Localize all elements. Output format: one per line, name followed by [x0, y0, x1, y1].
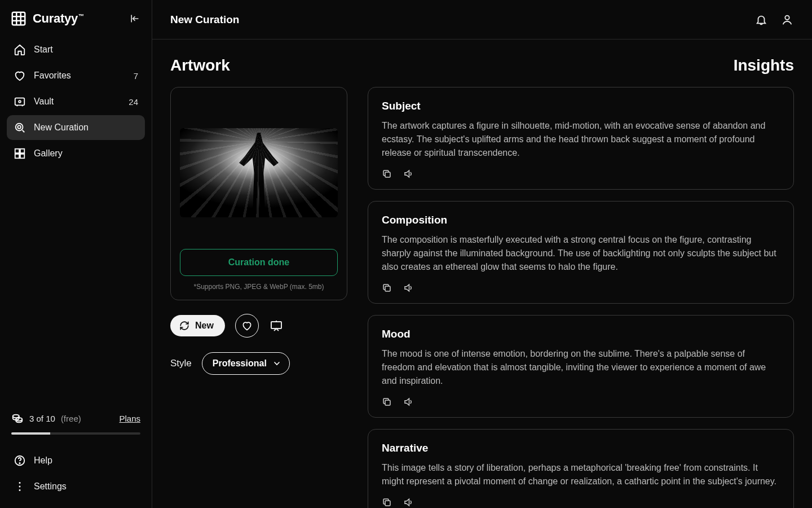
- new-button[interactable]: New: [170, 315, 225, 336]
- sidebar-item-help[interactable]: Help: [7, 448, 145, 473]
- insight-card: CompositionThe composition is masterfull…: [368, 201, 794, 304]
- svg-rect-20: [385, 400, 390, 405]
- usage-bar: [11, 432, 140, 435]
- brand: Curatyy™: [10, 10, 84, 27]
- insight-card: SubjectThe artwork captures a figure in …: [368, 87, 794, 190]
- sidebar-item-label: Favorites: [34, 71, 126, 81]
- copy-button[interactable]: [382, 169, 392, 179]
- chevron-down-icon: [272, 359, 281, 368]
- main: New Curation Artwork Curation done *Supp…: [152, 0, 812, 508]
- support-text: *Supports PNG, JPEG & WebP (max. 5mb): [194, 283, 324, 291]
- insight-card: NarrativeThis image tells a story of lib…: [368, 429, 794, 508]
- insight-body: The mood is one of intense emotion, bord…: [382, 347, 780, 388]
- svg-rect-7: [15, 154, 19, 158]
- heart-icon: [14, 69, 26, 82]
- svg-point-13: [19, 482, 21, 484]
- sidebar-item-label: Vault: [34, 97, 121, 107]
- home-icon: [14, 43, 26, 56]
- svg-rect-6: [20, 149, 24, 153]
- insight-body: The artwork captures a figure in silhoue…: [382, 119, 780, 160]
- usage-panel: 3 of 10 (free) Plans: [7, 412, 145, 435]
- style-row: Style Professional: [170, 352, 347, 375]
- sidebar-item-gallery[interactable]: Gallery: [7, 141, 145, 166]
- insight-title: Narrative: [382, 442, 780, 454]
- more-icon: [14, 480, 26, 493]
- insight-actions: [382, 283, 780, 293]
- insight-actions: [382, 169, 780, 179]
- notifications-button[interactable]: [754, 13, 768, 27]
- svg-point-3: [16, 124, 23, 131]
- brand-name: Curatyy™: [33, 11, 84, 26]
- svg-rect-17: [271, 322, 281, 329]
- topbar: New Curation: [152, 0, 812, 40]
- svg-rect-0: [12, 12, 25, 25]
- speak-button[interactable]: [403, 497, 413, 507]
- plans-link[interactable]: Plans: [119, 414, 140, 423]
- copy-button[interactable]: [382, 497, 392, 507]
- insights-section-title: Insights: [368, 56, 794, 75]
- sidebar-item-favorites[interactable]: Favorites 7: [7, 63, 145, 88]
- topbar-actions: [754, 13, 794, 27]
- search-icon: [14, 121, 26, 134]
- insights-panel: Insights SubjectThe artwork captures a f…: [368, 56, 794, 485]
- insight-title: Subject: [382, 100, 780, 112]
- speak-button[interactable]: [403, 169, 413, 179]
- grid-icon: [14, 147, 26, 160]
- svg-rect-8: [20, 154, 24, 158]
- artwork-panel: Artwork Curation done *Supports PNG, JPE…: [170, 56, 347, 485]
- sidebar-item-label: New Curation: [34, 122, 138, 133]
- insight-body: The composition is masterfully executed …: [382, 233, 780, 274]
- insights-list: SubjectThe artwork captures a figure in …: [368, 87, 794, 508]
- insight-title: Composition: [382, 214, 780, 226]
- curation-status-badge: Curation done: [180, 249, 338, 276]
- usage-text: 3 of 10 (free): [29, 414, 113, 423]
- refresh-icon: [179, 321, 189, 331]
- content: Artwork Curation done *Supports PNG, JPE…: [152, 40, 812, 508]
- sidebar-item-vault[interactable]: Vault 24: [7, 89, 145, 114]
- insight-card: MoodThe mood is one of intense emotion, …: [368, 315, 794, 418]
- svg-point-16: [785, 15, 789, 19]
- copy-button[interactable]: [382, 397, 392, 407]
- profile-button[interactable]: [780, 13, 794, 27]
- insight-actions: [382, 497, 780, 507]
- style-select[interactable]: Professional: [202, 352, 290, 375]
- svg-point-2: [19, 100, 21, 103]
- sidebar-item-count: 7: [134, 71, 138, 81]
- svg-point-14: [19, 486, 21, 488]
- sidebar-item-settings[interactable]: Settings: [7, 474, 145, 499]
- style-select-value: Professional: [213, 358, 267, 368]
- artwork-preview-image: [180, 128, 338, 217]
- sidebar-item-label: Help: [34, 456, 138, 466]
- favorite-button[interactable]: [235, 314, 259, 338]
- svg-rect-18: [385, 172, 390, 177]
- insight-actions: [382, 397, 780, 407]
- new-button-label: New: [195, 321, 214, 331]
- sidebar-item-start[interactable]: Start: [7, 37, 145, 62]
- sidebar-item-new-curation[interactable]: New Curation: [7, 115, 145, 140]
- present-button[interactable]: [269, 318, 284, 333]
- svg-point-15: [19, 489, 21, 491]
- insight-title: Mood: [382, 328, 780, 340]
- help-icon: [14, 454, 26, 467]
- brand-logo-icon: [10, 10, 27, 27]
- page-title: New Curation: [170, 14, 754, 26]
- sidebar-footer: Help Settings: [7, 448, 145, 499]
- insight-body: This image tells a story of liberation, …: [382, 461, 780, 488]
- upload-card: Curation done *Supports PNG, JPEG & WebP…: [170, 87, 347, 300]
- speak-button[interactable]: [403, 283, 413, 293]
- copy-button[interactable]: [382, 283, 392, 293]
- sidebar-nav: Start Favorites 7 Vault 24 New Curation: [7, 37, 145, 166]
- vault-icon: [14, 95, 26, 108]
- sidebar-item-label: Gallery: [34, 148, 138, 159]
- speak-button[interactable]: [403, 397, 413, 407]
- coins-icon: [11, 412, 24, 424]
- sidebar-item-label: Settings: [34, 481, 138, 492]
- usage-bar-fill: [11, 432, 50, 435]
- artwork-actions: New: [170, 314, 347, 338]
- sidebar-item-count: 24: [129, 97, 138, 107]
- style-label: Style: [170, 358, 192, 369]
- collapse-sidebar-button[interactable]: [128, 12, 142, 25]
- sidebar: Curatyy™ Start Favorites 7 Vau: [0, 0, 152, 508]
- artwork-section-title: Artwork: [170, 56, 347, 75]
- svg-rect-1: [15, 98, 25, 106]
